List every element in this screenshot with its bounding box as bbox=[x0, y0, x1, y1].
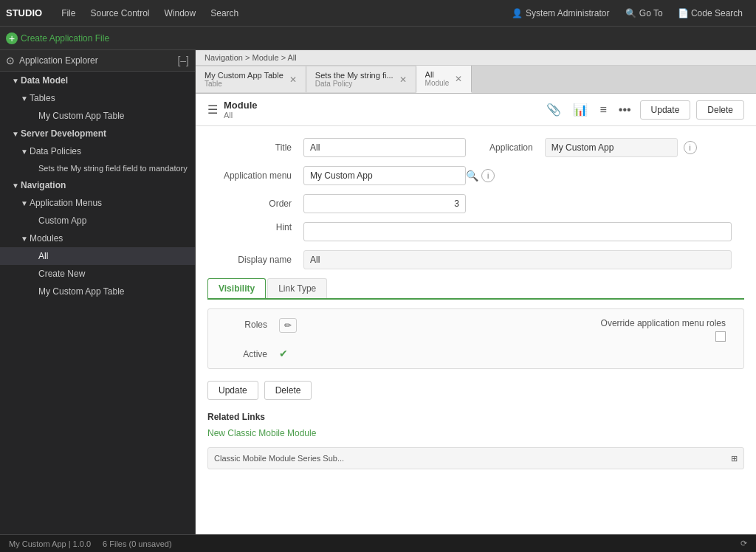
sidebar-item-application-menus[interactable]: ▼ Application Menus bbox=[0, 194, 195, 212]
hint-label: Hint bbox=[207, 222, 303, 232]
sidebar-item-sets-string[interactable]: Sets the My string field field to mandat… bbox=[0, 160, 195, 176]
status-right: ⟳ bbox=[740, 539, 747, 548]
my-custom-app-table-2-label: My Custom App Table bbox=[38, 286, 125, 297]
display-name-label: Display name bbox=[207, 255, 303, 265]
app-explorer-label: Application Explorer bbox=[19, 55, 177, 66]
visibility-panel: Roles ✏ Override application menu roles … bbox=[207, 308, 744, 369]
server-dev-label: Server Development bbox=[21, 128, 106, 139]
data-policies-label: Data Policies bbox=[30, 146, 81, 156]
content-area: Navigation > Module > All My Custom App … bbox=[196, 50, 756, 534]
menu-source-control[interactable]: Source Control bbox=[83, 5, 157, 21]
sidebar-item-custom-app[interactable]: Custom App bbox=[0, 212, 195, 230]
delete-header-button[interactable]: Delete bbox=[696, 100, 744, 120]
menu-window[interactable]: Window bbox=[157, 5, 204, 21]
app-menu-info-icon[interactable]: i bbox=[481, 169, 495, 182]
tables-label: Tables bbox=[30, 93, 55, 103]
application-info-icon[interactable]: i bbox=[684, 141, 697, 154]
goto-icon: 🔍 bbox=[625, 8, 636, 18]
sidebar: ⊙ Application Explorer [–] ▼ Data Model … bbox=[0, 50, 196, 534]
settings-icon-btn[interactable]: ≡ bbox=[597, 102, 609, 118]
toolbar: + Create Application File bbox=[0, 27, 756, 50]
override-area: Override application menu roles bbox=[601, 318, 732, 342]
tab-all-module[interactable]: All Module ✕ bbox=[416, 66, 472, 93]
order-input[interactable] bbox=[303, 194, 466, 213]
more-icon-btn[interactable]: ••• bbox=[616, 102, 634, 118]
sidebar-item-navigation[interactable]: ▼ Navigation bbox=[0, 176, 195, 194]
arrow-icon: ▼ bbox=[12, 130, 21, 138]
module-label: Module bbox=[224, 100, 258, 111]
sidebar-item-all[interactable]: All bbox=[0, 247, 195, 265]
tab-link-type[interactable]: Link Type bbox=[267, 278, 327, 298]
tab-close-3[interactable]: ✕ bbox=[455, 74, 462, 84]
arrow-icon: ▼ bbox=[12, 77, 21, 85]
hamburger-icon[interactable]: ☰ bbox=[207, 103, 218, 117]
order-row: Order bbox=[207, 194, 744, 213]
app-menu-label: Application menu bbox=[207, 170, 303, 181]
sidebar-item-my-custom-app-table[interactable]: My Custom App Table bbox=[0, 107, 195, 125]
all-label: All bbox=[38, 251, 48, 261]
sidebar-item-data-policies[interactable]: ▼ Data Policies bbox=[0, 142, 195, 160]
form-title-text: Module All bbox=[224, 100, 258, 120]
delete-button[interactable]: Delete bbox=[264, 381, 312, 400]
override-checkbox[interactable] bbox=[715, 331, 726, 342]
roles-label: Roles bbox=[220, 318, 279, 330]
user-icon: 👤 bbox=[512, 8, 523, 18]
goto-btn[interactable]: 🔍 Go To bbox=[618, 5, 670, 21]
status-bar: My Custom App | 1.0.0 6 Files (0 unsaved… bbox=[0, 534, 756, 552]
sidebar-item-modules[interactable]: ▼ Modules bbox=[0, 230, 195, 247]
sidebar-item-create-new[interactable]: Create New bbox=[0, 265, 195, 283]
activity-icon-btn[interactable]: 📊 bbox=[570, 101, 591, 118]
tab-visibility[interactable]: Visibility bbox=[207, 278, 266, 298]
plus-icon: + bbox=[6, 32, 18, 44]
app-menu-search-button[interactable]: 🔍 bbox=[466, 170, 478, 182]
update-button[interactable]: Update bbox=[207, 381, 258, 400]
goto-label: Go To bbox=[639, 8, 663, 18]
active-checkmark: ✔ bbox=[279, 348, 288, 359]
sidebar-item-server-development[interactable]: ▼ Server Development bbox=[0, 125, 195, 142]
sidebar-item-data-model[interactable]: ▼ Data Model bbox=[0, 72, 195, 89]
active-label: Active bbox=[220, 348, 279, 359]
tab-type-3: Module bbox=[425, 79, 450, 87]
sidebar-item-my-custom-app-table-2[interactable]: My Custom App Table bbox=[0, 283, 195, 300]
module-sub: All bbox=[224, 111, 258, 120]
bottom-table-preview: Classic Mobile Module Series Sub... ⊞ bbox=[207, 447, 744, 469]
sidebar-item-tables[interactable]: ▼ Tables bbox=[0, 89, 195, 107]
new-classic-mobile-link[interactable]: New Classic Mobile Module bbox=[207, 428, 316, 438]
user-name: System Administrator bbox=[526, 8, 609, 18]
code-search-icon: 📄 bbox=[678, 8, 689, 18]
create-new-label: Create New bbox=[38, 269, 85, 279]
create-btn-label: Create Application File bbox=[21, 33, 109, 44]
update-header-button[interactable]: Update bbox=[640, 100, 691, 120]
display-name-input[interactable] bbox=[303, 250, 732, 269]
tab-my-custom-app-table[interactable]: My Custom App Table Table ✕ bbox=[196, 66, 306, 92]
related-links: Related Links New Classic Mobile Module bbox=[207, 412, 744, 438]
display-name-row: Display name bbox=[207, 250, 744, 269]
form-body: Title Application i Application menu 🔍 i… bbox=[196, 126, 756, 534]
sidebar-header: ⊙ Application Explorer [–] bbox=[0, 50, 195, 72]
custom-app-label: Custom App bbox=[38, 215, 86, 226]
form-title-area: ☰ Module All bbox=[207, 100, 258, 120]
attachment-icon-btn[interactable]: 📎 bbox=[543, 101, 564, 118]
collapse-sidebar-button[interactable]: [–] bbox=[177, 55, 189, 66]
tab-close-1[interactable]: ✕ bbox=[289, 75, 297, 85]
code-search-btn[interactable]: 📄 Code Search bbox=[670, 5, 750, 21]
tab-data-policy[interactable]: Sets the My string fi... Data Policy ✕ bbox=[306, 66, 416, 92]
data-model-label: Data Model bbox=[21, 75, 68, 86]
app-menu-input[interactable] bbox=[303, 166, 466, 185]
menu-file[interactable]: File bbox=[54, 5, 83, 21]
application-label: Application bbox=[489, 142, 539, 153]
user-info: 👤 System Administrator bbox=[512, 8, 609, 18]
tab-name-1: My Custom App Table bbox=[205, 71, 284, 80]
hint-input[interactable] bbox=[303, 222, 732, 241]
title-input[interactable] bbox=[303, 138, 466, 157]
roles-edit-button[interactable]: ✏ bbox=[279, 318, 297, 333]
form-actions: 📎 📊 ≡ ••• Update Delete bbox=[543, 100, 744, 120]
menu-search[interactable]: Search bbox=[203, 5, 246, 21]
breadcrumb: Navigation > Module > All bbox=[196, 50, 756, 66]
tab-close-2[interactable]: ✕ bbox=[399, 75, 407, 85]
create-app-file-button[interactable]: + Create Application File bbox=[6, 32, 109, 44]
main-area: ⊙ Application Explorer [–] ▼ Data Model … bbox=[0, 50, 756, 534]
tab-type-2: Data Policy bbox=[315, 80, 394, 88]
inner-tabs: Visibility Link Type bbox=[207, 278, 744, 300]
tab-visibility-label: Visibility bbox=[219, 283, 255, 294]
